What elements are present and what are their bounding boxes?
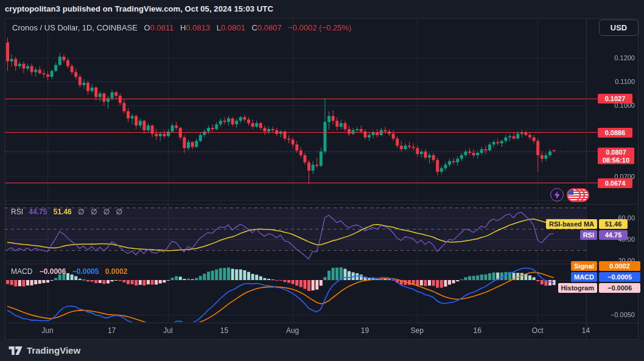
macd-signal-legend-value: 0.0002 [105, 267, 128, 276]
rsi-legend-value: 44.75 [29, 208, 47, 216]
ohlc-close-key: C [251, 23, 257, 32]
change-value: −0.0002 (−0.25%) [288, 23, 351, 32]
ohlc-open-key: O [144, 23, 150, 32]
time-tick: 15 [220, 326, 228, 335]
chart-canvas[interactable] [0, 0, 644, 361]
macd-value-tag: −0.0005 [599, 272, 640, 282]
symbol-legend[interactable]: Cronos / US Dollar, 1D, COINBASE O0.0811… [12, 23, 351, 32]
rsi-param-empty: ∅ [78, 208, 84, 216]
ohlc-close-value: 0.0807 [257, 23, 282, 32]
price-level-tag: 0.0886 [598, 128, 632, 138]
panel-resize-handle-macd[interactable] [5, 264, 639, 264]
time-tick: Jun [41, 326, 53, 335]
macd-legend[interactable]: MACD −0.0006 −0.0005 0.0002 [11, 267, 128, 276]
panel-resize-handle-rsi[interactable] [5, 204, 639, 205]
macd-line-legend-value: −0.0005 [72, 267, 99, 276]
rsi-value-tag: 44.75 [599, 230, 628, 240]
rsi-param-empty: ∅ [103, 208, 110, 216]
rsi-legend[interactable]: RSI 44.75 51.46 ∅ ∅ ∅ ∅ [11, 208, 122, 216]
us-flag-stack-icon[interactable] [567, 188, 589, 202]
tradingview-logo-icon [8, 345, 24, 356]
signal-value-tag: 0.0002 [599, 261, 640, 271]
rsi-ma-value-tag: 51.46 [599, 219, 628, 229]
time-axis-border [5, 323, 639, 323]
rsi-ma-legend-value: 51.46 [54, 208, 72, 216]
time-tick: 16 [474, 326, 481, 335]
tradingview-brand-text[interactable]: TradingView [27, 345, 80, 356]
lightning-icon[interactable] [550, 188, 564, 202]
signal-name-tag: Signal [571, 261, 597, 271]
macd-name-tag: MACD [571, 272, 597, 282]
ohlc-low-value: 0.0801 [221, 23, 245, 32]
rsi-param-empty: ∅ [91, 208, 97, 216]
rsi-ma-name-tag: RSI-based MA [546, 219, 597, 229]
time-tick: Aug [286, 326, 299, 335]
price-level-tag: 0.0674 [598, 178, 632, 188]
ohlc-low-key: L [217, 23, 221, 32]
time-tick: Sep [411, 326, 424, 335]
footer-bar: TradingView [0, 340, 644, 361]
tradingview-widget: cryptopolitan3 published on TradingView.… [0, 0, 644, 361]
time-tick: Oct [532, 326, 544, 335]
macd-axis-label: −0.0050 [611, 311, 635, 318]
bar-countdown: 08:56:10 [603, 156, 629, 164]
rsi-name-tag: RSI [580, 230, 597, 240]
rsi-param-empty: ∅ [116, 208, 122, 216]
histogram-value-tag: −0.0006 [599, 283, 640, 293]
time-tick: Jul [163, 326, 172, 335]
current-price: 0.0807 [606, 148, 626, 156]
symbol-title: Cronos / US Dollar, 1D, COINBASE [12, 23, 138, 32]
us-flag-icon [567, 188, 581, 202]
currency-button[interactable]: USD [599, 19, 639, 36]
price-level-tag: 0.1027 [598, 94, 632, 103]
price-axis-label: 0.1100 [615, 78, 635, 85]
time-tick: 17 [108, 326, 116, 335]
current-price-tag: 0.0807 08:56:10 [598, 148, 634, 164]
macd-hist-legend-value: −0.0006 [40, 267, 66, 276]
histogram-name-tag: Histogram [558, 283, 597, 293]
macd-legend-title: MACD [11, 267, 32, 276]
ohlc-open-value: 0.0811 [150, 23, 174, 32]
time-tick: 19 [361, 326, 369, 335]
ohlc-high-value: 0.0813 [186, 23, 210, 32]
rsi-legend-title: RSI [11, 208, 23, 216]
time-tick: 14 [582, 326, 590, 335]
price-axis-label: 0.1200 [614, 54, 635, 61]
